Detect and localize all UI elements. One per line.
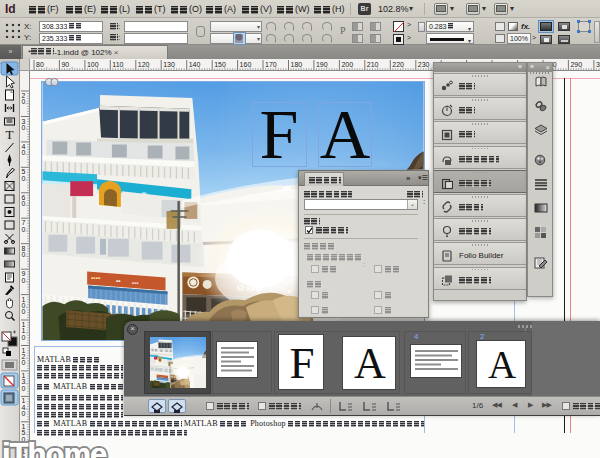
svg-text:0: 0 <box>22 251 26 258</box>
svg-text:200: 200 <box>341 61 353 68</box>
svg-text:80: 80 <box>36 61 44 68</box>
svg-text:130: 130 <box>163 61 175 68</box>
svg-text:▪▪: ▪▪ <box>116 277 121 284</box>
svg-text:220: 220 <box>392 61 404 68</box>
svg-text:190: 190 <box>316 61 328 68</box>
svg-text:110: 110 <box>112 61 123 68</box>
svg-text:0: 0 <box>22 200 26 207</box>
svg-text:0: 0 <box>22 334 26 341</box>
svg-text:▪▪▪▪: ▪▪▪▪ <box>91 274 100 281</box>
svg-text:0: 0 <box>22 98 26 105</box>
svg-text:0: 0 <box>22 175 26 182</box>
svg-text:100: 100 <box>87 61 99 68</box>
svg-text:0: 0 <box>22 277 26 284</box>
svg-text:230: 230 <box>418 61 430 68</box>
svg-text:0: 0 <box>22 410 26 417</box>
svg-text:0: 0 <box>22 149 26 156</box>
svg-text:160: 160 <box>240 61 252 68</box>
svg-text:90: 90 <box>61 61 69 68</box>
svg-text:0: 0 <box>22 124 26 131</box>
svg-text:0: 0 <box>22 308 26 315</box>
svg-text:300: 300 <box>596 61 600 68</box>
svg-text:180: 180 <box>291 61 303 68</box>
svg-text:0: 0 <box>22 385 26 392</box>
svg-text:0: 0 <box>22 226 26 233</box>
svg-text:150: 150 <box>214 61 226 68</box>
svg-text:T: T <box>6 127 14 142</box>
svg-text:▪▪▪: ▪▪▪ <box>132 279 139 286</box>
svg-text:210: 210 <box>367 61 379 68</box>
svg-text:120: 120 <box>138 61 150 68</box>
svg-text:170: 170 <box>265 61 277 68</box>
svg-text:140: 140 <box>189 61 201 68</box>
svg-text:290: 290 <box>570 61 582 68</box>
svg-text:0: 0 <box>22 359 26 366</box>
